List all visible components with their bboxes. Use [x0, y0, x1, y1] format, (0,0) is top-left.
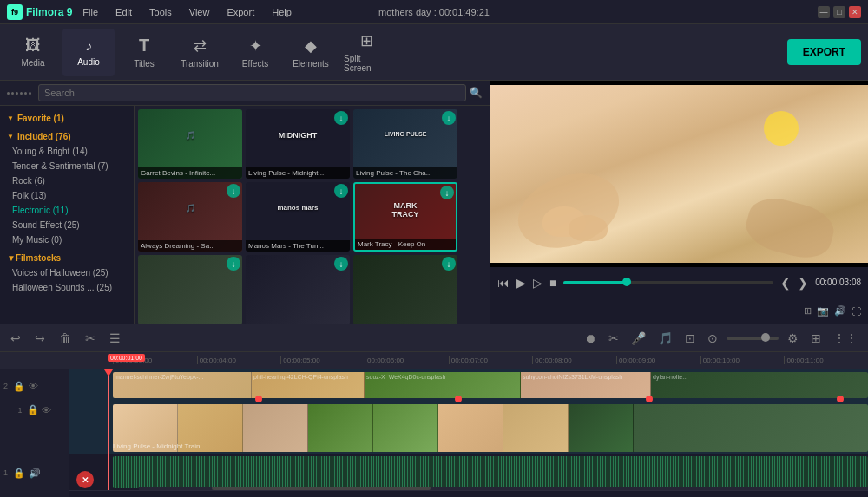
sidebar-item-folk[interactable]: Folk (13)	[0, 188, 134, 203]
media-thumb-garret[interactable]: 🎵 Garret Bevins - Infinite...	[138, 109, 242, 179]
skip-back-button[interactable]: ⏮	[497, 276, 510, 290]
volume-button[interactable]: 🔊	[834, 305, 846, 317]
playhead-line-track1	[108, 402, 109, 454]
delete-marker[interactable]: ✕	[76, 471, 94, 488]
media-thumb-living1[interactable]: MIDNIGHT ↓ Living Pulse - Midnight ...	[246, 109, 350, 179]
sidebar: ▼ Favorite (1) ▼ Included (76) Young & B…	[0, 106, 135, 324]
stop-button[interactable]: ■	[549, 276, 556, 290]
timeline-grid-button[interactable]: ⊞	[807, 330, 825, 347]
menu-view[interactable]: View	[186, 5, 214, 19]
download-icon-8[interactable]: ↓	[442, 257, 456, 271]
download-icon-6[interactable]: ↓	[227, 257, 240, 271]
clip-segment-3[interactable]: sooz-X_WeK4qD0c-unsplash	[365, 372, 521, 398]
screenshot-button[interactable]: 📷	[817, 305, 829, 317]
sidebar-item-sound-effect[interactable]: Sound Effect (25)	[0, 218, 134, 232]
menu-edit[interactable]: Edit	[112, 5, 135, 19]
download-icon-4[interactable]: ↓	[334, 184, 348, 198]
menu-file[interactable]: File	[79, 5, 102, 19]
progress-thumb	[622, 278, 631, 286]
time-display: 00:00:03:08	[815, 278, 861, 287]
track-2-visibility-button[interactable]: 👁	[29, 381, 38, 391]
video-track-2-clips[interactable]: manuel-schinner-ZwjFtuYebpk-... phil-hea…	[113, 372, 868, 398]
fullscreen-button[interactable]: ⛶	[852, 306, 861, 317]
tool-split-screen[interactable]: ⊞ Split Screen	[340, 29, 392, 76]
search-input[interactable]	[38, 84, 466, 101]
timeline-settings-gear[interactable]: ⚙	[784, 330, 802, 347]
sidebar-filmstocks-header[interactable]: ▼ Filmstocks	[0, 251, 134, 265]
search-bar: 🔍	[0, 81, 490, 106]
download-icon-5[interactable]: ↓	[440, 186, 454, 199]
playhead-top	[104, 369, 113, 376]
next-frame-button[interactable]: ❯	[798, 276, 808, 290]
download-icon-7[interactable]: ↓	[334, 257, 348, 271]
sidebar-included-header[interactable]: ▼ Included (76)	[0, 129, 134, 144]
clip-segment-2[interactable]: phil-hearing-42LCH-QPi4-unsplash	[252, 372, 365, 398]
close-button[interactable]: ✕	[849, 6, 861, 18]
speed-slider[interactable]	[727, 337, 779, 340]
play-button[interactable]: ▶	[516, 276, 526, 290]
sidebar-item-young-bright[interactable]: Young & Bright (14)	[0, 144, 134, 159]
titles-icon: T	[139, 36, 149, 56]
clip-segment-4[interactable]: suhycon-choiNIZs3731LxM-unsplash	[521, 372, 651, 398]
tool-audio[interactable]: ♪ Audio	[62, 29, 115, 76]
timeline-audio-button[interactable]: 🎵	[654, 330, 676, 347]
sidebar-item-halloween-sounds[interactable]: Halloween Sounds ... (25)	[0, 280, 134, 295]
sidebar-item-rock[interactable]: Rock (6)	[0, 173, 134, 188]
tool-elements[interactable]: ◆ Elements	[285, 29, 337, 76]
export-button[interactable]: EXPORT	[787, 39, 861, 65]
cut-button[interactable]: ✂	[82, 330, 99, 347]
undo-button[interactable]: ↩	[7, 330, 24, 347]
timeline-record-button[interactable]: ⏺	[581, 330, 600, 347]
sidebar-favorite-header[interactable]: ▼ Favorite (1)	[0, 111, 134, 126]
thumbnail-strip[interactable]	[113, 404, 868, 452]
track-1-visibility-button[interactable]: 👁	[42, 405, 51, 415]
download-icon-2[interactable]: ↓	[442, 111, 456, 125]
sidebar-item-electronic[interactable]: Electronic (11)	[0, 203, 134, 218]
timeline-camera-button[interactable]: ⊡	[681, 330, 699, 347]
sidebar-item-my-music[interactable]: My Music (0)	[0, 232, 134, 247]
timeline-more-button[interactable]: ⋮⋮	[830, 330, 861, 347]
audio-track-mute-button[interactable]: 🔊	[29, 468, 41, 479]
scroll-thumb[interactable]	[212, 487, 431, 490]
search-icon[interactable]: 🔍	[470, 87, 483, 99]
redo-button[interactable]: ↪	[31, 330, 49, 347]
clip-2-label: phil-hearing-42LCH-QPi4-unsplash	[253, 374, 348, 380]
tool-effects[interactable]: ✦ Effects	[229, 29, 281, 76]
play-alt-button[interactable]: ▷	[533, 276, 542, 290]
sidebar-section-favorite: ▼ Favorite (1)	[0, 109, 134, 128]
track-1-lock-button[interactable]: 🔒	[27, 404, 39, 415]
media-thumb-manos[interactable]: manos mars ↓ Manos Mars - The Tun...	[246, 182, 350, 252]
tool-transition[interactable]: ⇄ Transition	[174, 29, 226, 76]
tool-media[interactable]: 🖼 Media	[7, 29, 59, 76]
timeline-settings-button[interactable]: ⊙	[704, 330, 721, 347]
media-thumb-always[interactable]: 🎵 ↓ Always Dreaming - Sa...	[138, 182, 242, 252]
sidebar-item-tender[interactable]: Tender & Sentimental (7)	[0, 159, 134, 173]
media-thumb-row3c[interactable]: ↓	[353, 255, 457, 324]
download-icon-1[interactable]: ↓	[334, 111, 348, 125]
audio-track-lock-button[interactable]: 🔒	[13, 468, 25, 479]
waveform[interactable]	[113, 456, 868, 488]
minimize-button[interactable]: —	[818, 6, 830, 18]
playhead-time-label: 00:00:01:00	[108, 354, 145, 362]
maximize-button[interactable]: □	[833, 6, 845, 18]
menu-export[interactable]: Export	[223, 5, 258, 19]
media-thumb-row3b[interactable]: ↓	[246, 255, 350, 324]
list-button[interactable]: ☰	[106, 330, 124, 347]
track-2-lock-button[interactable]: 🔒	[13, 381, 25, 392]
tool-titles[interactable]: T Titles	[118, 29, 170, 76]
prev-frame-button[interactable]: ❮	[780, 276, 791, 290]
timeline-cut-icon[interactable]: ✂	[605, 330, 622, 347]
media-thumb-mark[interactable]: MARKTRACY ↓ Mark Tracy - Keep On	[353, 182, 457, 252]
progress-bar[interactable]	[563, 281, 773, 284]
media-thumb-row3a[interactable]: ↓	[138, 255, 242, 324]
clip-segment-5[interactable]: dylan-nolte...	[651, 372, 868, 398]
media-thumb-living2[interactable]: LIVING PULSE ↓ Living Pulse - The Cha...	[353, 109, 457, 179]
timeline-mic-button[interactable]: 🎤	[628, 330, 649, 347]
download-icon-3[interactable]: ↓	[227, 184, 240, 198]
clip-segment-1[interactable]: manuel-schinner-ZwjFtuYebpk-...	[113, 372, 252, 398]
menu-tools[interactable]: Tools	[146, 5, 175, 19]
sidebar-item-voices-halloween[interactable]: Voices of Halloween (25)	[0, 265, 134, 280]
delete-button[interactable]: 🗑	[56, 330, 75, 347]
pip-button[interactable]: ⊞	[804, 305, 812, 317]
menu-help[interactable]: Help	[268, 5, 295, 19]
